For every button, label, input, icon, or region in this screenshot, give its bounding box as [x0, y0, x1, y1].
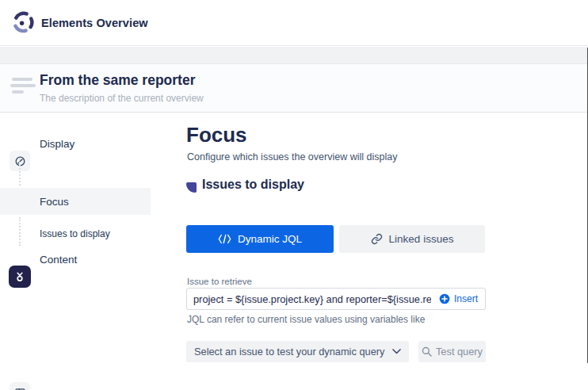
jql-field-label: Issue to retrieve [187, 277, 252, 286]
section-bullet-icon [186, 182, 197, 193]
sidebar-item-issues-to-display[interactable]: Issues to display [40, 228, 110, 239]
sidebar-item-label: Content [40, 254, 77, 266]
sidebar-item-display[interactable]: Display [0, 130, 151, 157]
sidebar-item-focus[interactable]: Focus [0, 188, 151, 215]
overview-header: From the same reporter The description o… [0, 63, 588, 113]
jql-help-text: JQL can refer to current issue values us… [187, 314, 425, 325]
overview-subtitle: The description of the current overview [40, 93, 204, 104]
jql-input[interactable] [187, 293, 436, 305]
sidebar-item-label: Focus [40, 196, 69, 208]
sidebar-connector [19, 159, 21, 185]
code-icon [218, 234, 231, 244]
section-title: Issues to display [202, 178, 304, 192]
search-icon [422, 346, 432, 357]
insert-button[interactable]: Insert [436, 293, 485, 304]
jql-input-box: Insert [186, 288, 486, 310]
dynamic-jql-tab[interactable]: Dynamic JQL [186, 225, 334, 253]
link-icon [371, 233, 383, 245]
content-icon [10, 382, 30, 390]
insert-button-label: Insert [454, 293, 478, 304]
header-gap-band [0, 47, 588, 63]
sidebar-item-content[interactable]: Content [0, 246, 151, 273]
drag-handle-icon [10, 78, 37, 97]
test-query-button-label: Test query [436, 346, 483, 358]
test-query-button[interactable]: Test query [418, 341, 486, 362]
chevron-down-icon [392, 349, 401, 354]
page-subtitle: Configure which issues the overview will… [187, 151, 397, 162]
test-issue-select[interactable]: Select an issue to test your dynamic que… [186, 341, 409, 362]
overview-title: From the same reporter [40, 72, 195, 89]
sidebar-connector [19, 217, 21, 246]
linked-issues-tab-label: Linked issues [389, 233, 454, 245]
plus-circle-icon [439, 293, 450, 304]
page: Elements Overview From the same reporter… [0, 0, 588, 390]
linked-issues-tab[interactable]: Linked issues [339, 225, 485, 253]
app-header: Elements Overview [0, 0, 588, 46]
settings-sidebar: Display Focus Issues to display [0, 113, 151, 390]
page-title: Focus [186, 123, 247, 147]
test-issue-select-value: Select an issue to test your dynamic que… [194, 346, 392, 358]
sidebar-item-label: Display [40, 138, 74, 150]
dynamic-jql-tab-label: Dynamic JQL [238, 233, 302, 245]
app-title: Elements Overview [41, 0, 148, 46]
elements-overview-logo-icon [11, 10, 35, 34]
